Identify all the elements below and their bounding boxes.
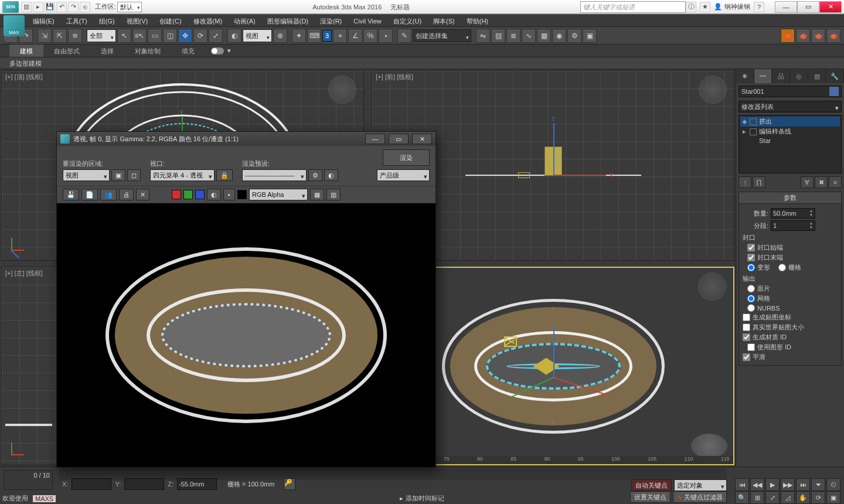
help-search-input[interactable]: 键入关键字或短语 — [580, 1, 686, 13]
channel-blue-icon[interactable] — [195, 190, 205, 199]
link-icon[interactable]: ⇲ — [38, 29, 52, 43]
schematic-icon[interactable]: ▦ — [537, 29, 551, 43]
application-button[interactable]: MAX — [4, 15, 25, 36]
render-setup-icon[interactable]: ⚙ — [567, 29, 581, 43]
cap-grid-radio[interactable] — [778, 264, 786, 271]
save-image-icon[interactable]: 💾 — [63, 189, 79, 200]
make-unique-icon[interactable]: ∀ — [801, 176, 814, 188]
teapot4-icon[interactable]: 🫖 — [826, 29, 840, 43]
next-frame-icon[interactable]: ▶▶ — [781, 478, 795, 491]
channel-mono-icon[interactable]: ▪ — [223, 189, 235, 200]
render-viewport-combo[interactable]: 四元菜单 4 - 透视 — [150, 169, 215, 181]
infocenter-icon[interactable]: ⓘ — [686, 2, 696, 12]
window-close[interactable]: ✕ — [819, 1, 842, 13]
out-nurbs-radio[interactable] — [747, 304, 755, 312]
manip-icon[interactable]: ✦ — [292, 29, 306, 43]
tab-populate[interactable]: 填充 — [171, 45, 205, 57]
use-shape-check[interactable] — [747, 343, 755, 351]
keyboard-icon[interactable]: ⌨ — [307, 29, 321, 43]
user-chip[interactable]: 👤 钢神缘钢 — [714, 2, 750, 11]
pin-stack-icon[interactable]: ⟊ — [738, 176, 751, 188]
remove-mod-icon[interactable]: ✖ — [815, 176, 828, 188]
select-region-icon[interactable]: ▭ — [148, 29, 162, 43]
channel-combo[interactable]: RGB Alpha — [249, 189, 308, 200]
editnamed-icon[interactable]: ✎ — [397, 29, 411, 43]
tab-select[interactable]: 选择 — [90, 45, 124, 57]
pan-icon[interactable]: ✋ — [796, 491, 810, 504]
spinner-snap-icon[interactable]: ⭑ — [379, 29, 393, 43]
play-icon[interactable]: ▶ — [765, 478, 780, 491]
qat-open-icon[interactable]: ▸ — [33, 2, 43, 12]
angle-snap-icon[interactable]: ∠ — [348, 29, 362, 43]
menu-group[interactable]: 组(G) — [93, 15, 121, 26]
scale-icon[interactable]: ⤢ — [209, 29, 223, 43]
keyfilter-button[interactable]: ∿ 关键点过滤器 — [673, 491, 727, 503]
curve-editor-icon[interactable]: ∿ — [522, 29, 536, 43]
toggle-ui-icon[interactable]: ▥ — [326, 189, 341, 200]
prev-frame-icon[interactable]: ◀◀ — [750, 478, 764, 491]
rollout-parameters-header[interactable]: 参数 — [738, 192, 842, 204]
clear-image-icon[interactable]: ✕ — [136, 189, 149, 200]
window-minimize[interactable]: — — [775, 1, 797, 13]
add-time-tag[interactable]: 添加时间标记 — [406, 494, 444, 503]
menu-grapheditor[interactable]: 图形编辑器(D) — [261, 15, 314, 26]
real-uv-check[interactable] — [743, 323, 750, 331]
tab-motion-icon[interactable]: ◎ — [790, 69, 808, 83]
print-image-icon[interactable]: 🖨 — [119, 189, 134, 200]
out-face-radio[interactable] — [747, 285, 755, 292]
teapot2-icon[interactable]: 🫖 — [796, 29, 810, 43]
script-listener[interactable]: MAXS — [33, 495, 56, 502]
transform-z-input[interactable] — [179, 481, 215, 488]
transform-x-input[interactable] — [73, 481, 110, 488]
time-config-icon[interactable]: ⏲ — [826, 478, 840, 491]
modifier-stack[interactable]: ◈挤出 ▸编辑样条线 Star — [738, 115, 842, 173]
qat-redo-icon[interactable]: ↷ — [68, 2, 79, 12]
environment-icon[interactable]: ◐ — [324, 169, 338, 181]
autokey-button[interactable]: 自动关键点 — [631, 479, 672, 491]
menu-help[interactable]: 帮助(H) — [461, 15, 494, 26]
menu-edit[interactable]: 编辑(E) — [27, 15, 60, 26]
layers-icon[interactable]: ≣ — [506, 29, 520, 43]
cap-morph-radio[interactable] — [747, 264, 755, 271]
cap-end-check[interactable] — [747, 254, 755, 261]
fov-icon[interactable]: ◿ — [781, 491, 795, 504]
orbit-icon[interactable]: ⟳ — [811, 491, 825, 504]
render-region-icon[interactable]: ▣ — [111, 169, 125, 181]
selection-filter-combo[interactable]: 全部 — [87, 29, 116, 42]
goto-start-icon[interactable]: ⏮ — [735, 478, 749, 491]
setkey-button[interactable]: 设置关键点 — [630, 491, 671, 503]
viewcube-icon[interactable] — [699, 76, 727, 104]
configure-icon[interactable]: ≡ — [829, 176, 842, 188]
app-logo[interactable]: 3DS — [2, 1, 19, 13]
time-slider[interactable]: 0 / 10 — [4, 470, 53, 490]
ribbon-toggle[interactable] — [211, 47, 224, 55]
window-crossing-icon[interactable]: ◫ — [163, 29, 177, 43]
zoom-icon[interactable]: 🔍 — [735, 491, 749, 504]
channel-green-icon[interactable] — [183, 190, 193, 199]
window-maximize[interactable]: ▭ — [797, 1, 819, 13]
snap-toggle-icon[interactable]: ⌖ — [333, 29, 347, 43]
render-maximize[interactable]: ▭ — [389, 134, 409, 144]
chevron-down-icon[interactable]: ▾ — [227, 47, 231, 55]
amount-input[interactable] — [771, 210, 808, 217]
menu-customize[interactable]: 自定义(U) — [387, 15, 427, 26]
menu-render[interactable]: 渲染(R) — [314, 15, 348, 26]
refcoord-icon[interactable]: ◐ — [227, 29, 241, 43]
max-viewport-icon[interactable]: ▣ — [826, 491, 840, 504]
menu-anim[interactable]: 动画(A) — [228, 15, 261, 26]
transform-y-input[interactable] — [126, 481, 162, 488]
object-color-swatch[interactable] — [829, 87, 839, 96]
tab-modify-icon[interactable]: 〰 — [754, 69, 772, 83]
render-setup2-icon[interactable]: ⚙ — [308, 169, 322, 181]
gen-mat-check[interactable] — [743, 333, 750, 341]
rendered-frame-window[interactable]: 透视, 帧 0, 显示 Gamma: 2.2, RGBA 颜色 16 位/通道 … — [56, 131, 436, 468]
teapot3-icon[interactable]: 🫖 — [811, 29, 825, 43]
keymode-combo[interactable]: 选定对象 — [674, 479, 727, 491]
qat-save-icon[interactable]: 💾 — [45, 2, 55, 12]
render-blowup-icon[interactable]: ◻ — [127, 169, 141, 181]
render-output-combo[interactable]: 产品级 — [377, 169, 430, 181]
pivot-icon[interactable]: ⊕ — [273, 29, 287, 43]
clone-image-icon[interactable]: 👥 — [100, 189, 117, 200]
menu-view[interactable]: 视图(V) — [121, 15, 154, 26]
viewport-left-label[interactable]: [+] [左] [线框] — [5, 269, 43, 278]
